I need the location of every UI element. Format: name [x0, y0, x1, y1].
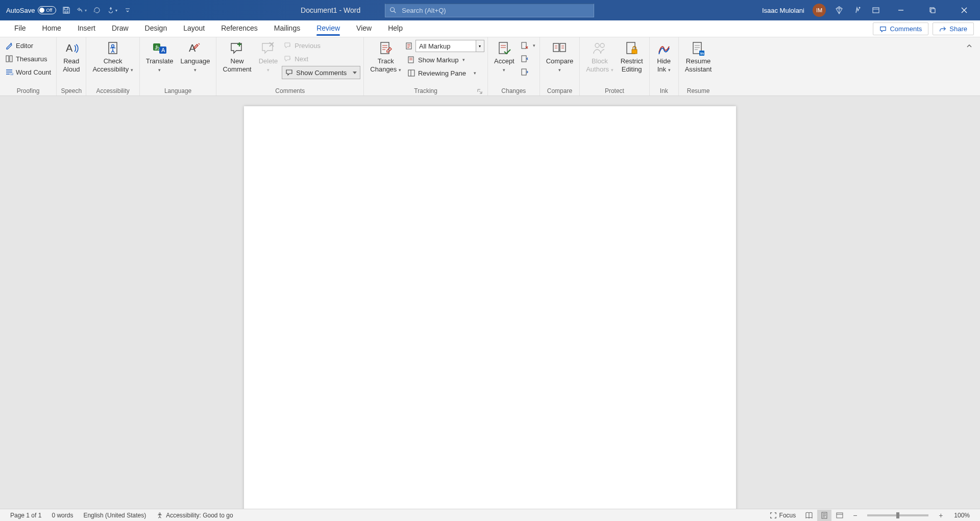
web-layout-button[interactable]: [832, 510, 847, 521]
tab-file[interactable]: File: [6, 20, 34, 37]
show-comments-button[interactable]: Show Comments: [282, 66, 360, 79]
chevron-up-icon: [966, 42, 973, 50]
next-change-button[interactable]: [520, 66, 536, 78]
editor-button[interactable]: Editor: [3, 39, 53, 52]
reject-icon: [521, 41, 529, 50]
status-words[interactable]: 0 words: [46, 512, 78, 519]
document-page[interactable]: [244, 106, 736, 509]
collapse-ribbon-button[interactable]: [964, 40, 975, 52]
tracking-launcher-icon[interactable]: [477, 89, 482, 94]
svg-rect-19: [408, 70, 414, 76]
resume-assistant-button[interactable]: in Resume Assistant: [682, 39, 715, 75]
autosave-toggle[interactable]: AutoSave Off: [6, 6, 56, 14]
group-changes: Accept▾ ▾ Changes: [488, 37, 540, 96]
read-mode-button[interactable]: [802, 510, 816, 521]
status-accessibility[interactable]: Accessibility: Good to go: [151, 512, 238, 519]
undo-icon[interactable]: ▾: [77, 5, 87, 15]
tabs-right: Comments Share: [873, 22, 974, 37]
svg-rect-6: [10, 56, 12, 62]
word-count-button[interactable]: 123 Word Count: [3, 66, 53, 78]
svg-rect-29: [632, 50, 637, 54]
maximize-button[interactable]: [921, 0, 944, 20]
tab-layout[interactable]: Layout: [175, 20, 213, 37]
coming-soon-icon[interactable]: [852, 5, 863, 15]
tab-home[interactable]: Home: [34, 20, 69, 37]
language-button[interactable]: A Language▾: [178, 39, 213, 75]
prev-change-icon: [521, 55, 529, 63]
markup-value: All Markup: [416, 42, 476, 50]
comments-button[interactable]: Comments: [873, 22, 928, 35]
toggle-switch[interactable]: Off: [38, 6, 56, 14]
reject-button[interactable]: ▾: [520, 39, 536, 52]
touch-mode-icon[interactable]: ▾: [107, 5, 117, 15]
translate-button[interactable]: あA Translate▾: [143, 39, 177, 75]
track-changes-icon: [378, 40, 394, 57]
search-box[interactable]: [385, 4, 594, 17]
read-aloud-button[interactable]: A Read Aloud: [60, 39, 83, 75]
user-avatar[interactable]: IM: [813, 4, 826, 17]
tab-review[interactable]: Review: [308, 20, 348, 37]
group-label-resume: Resume: [682, 86, 715, 96]
tab-draw[interactable]: Draw: [104, 20, 137, 37]
tab-insert[interactable]: Insert: [69, 20, 104, 37]
block-authors-button: Block Authors ▾: [583, 39, 616, 75]
redo-icon[interactable]: [92, 5, 102, 15]
group-label-proofing: Proofing: [3, 86, 53, 96]
next-change-icon: [521, 68, 529, 76]
restrict-editing-button[interactable]: Restrict Editing: [618, 39, 646, 75]
new-comment-button[interactable]: New Comment: [219, 39, 254, 75]
status-page[interactable]: Page 1 of 1: [5, 512, 46, 519]
tab-mailings[interactable]: Mailings: [266, 20, 308, 37]
markup-dropdown-button[interactable]: ▾: [476, 40, 484, 52]
tab-design[interactable]: Design: [137, 20, 176, 37]
status-language[interactable]: English (United States): [78, 512, 151, 519]
track-changes-button[interactable]: Track Changes ▾: [367, 39, 404, 75]
search-input[interactable]: [402, 7, 590, 14]
close-button[interactable]: [952, 0, 976, 20]
previous-change-button[interactable]: [520, 53, 536, 65]
tab-view[interactable]: View: [348, 20, 380, 37]
save-icon[interactable]: [61, 5, 71, 15]
svg-text:A: A: [66, 42, 73, 54]
zoom-slider[interactable]: [867, 514, 928, 516]
minimize-button[interactable]: [889, 0, 913, 20]
share-button[interactable]: Share: [933, 22, 974, 35]
compare-button[interactable]: Compare▾: [543, 39, 576, 75]
ribbon-display-icon[interactable]: [871, 5, 881, 15]
show-markup-button[interactable]: Show Markup▾: [405, 54, 484, 66]
group-proofing: Editor Thesaurus 123 Word Count Proofing: [0, 37, 57, 96]
show-markup-icon: [407, 56, 415, 64]
thesaurus-button[interactable]: Thesaurus: [3, 53, 53, 65]
status-right: Focus − + 100%: [765, 510, 975, 521]
toggle-state: Off: [46, 8, 52, 13]
qat-customize-icon[interactable]: [122, 5, 133, 15]
next-comment-button: Next: [282, 53, 360, 65]
hide-ink-icon: [656, 40, 672, 57]
svg-rect-4: [931, 9, 935, 13]
diamond-icon[interactable]: [834, 5, 844, 15]
check-accessibility-button[interactable]: Check Accessibility ▾: [89, 39, 136, 75]
zoom-in-button[interactable]: +: [934, 510, 948, 521]
zoom-thumb[interactable]: [896, 512, 899, 518]
accept-button[interactable]: Accept▾: [491, 39, 518, 75]
svg-rect-20: [499, 42, 507, 54]
group-label-changes: Changes: [491, 86, 536, 96]
focus-button[interactable]: Focus: [765, 512, 801, 519]
print-layout-button[interactable]: [817, 510, 831, 521]
group-label-comments: Comments: [219, 86, 360, 96]
tab-help[interactable]: Help: [380, 20, 411, 37]
svg-point-33: [159, 512, 161, 514]
hide-ink-button[interactable]: Hide Ink ▾: [653, 39, 675, 75]
svg-point-1: [859, 7, 861, 9]
tab-references[interactable]: References: [213, 20, 266, 37]
reviewing-pane-button[interactable]: Reviewing Pane▾: [405, 67, 484, 79]
svg-rect-35: [837, 513, 843, 518]
document-area[interactable]: [0, 96, 980, 509]
zoom-level[interactable]: 100%: [949, 512, 975, 519]
user-name[interactable]: Isaac Mulolani: [762, 7, 804, 14]
translate-icon: あA: [152, 40, 168, 57]
zoom-out-button[interactable]: −: [848, 510, 862, 521]
group-label-ink: Ink: [653, 86, 675, 96]
markup-combo[interactable]: All Markup ▾: [415, 40, 484, 52]
svg-point-10: [112, 45, 114, 48]
